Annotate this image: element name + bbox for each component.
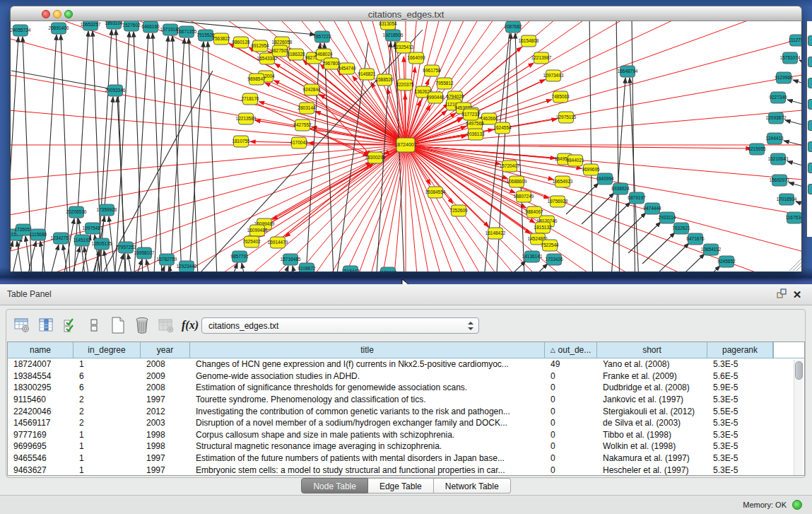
cell-name[interactable]: 9465546 [8,453,73,463]
network-node[interactable]: 1518443 [341,266,360,272]
network-node[interactable]: 18300295 [365,152,386,163]
network-window-titlebar[interactable]: citations_edges.txt [10,6,802,21]
network-node[interactable]: 1145193 [73,235,91,246]
network-node[interactable]: 7485063 [551,91,570,103]
cell-year[interactable]: 2008 [141,359,190,369]
cell-year[interactable]: 2012 [141,407,190,416]
network-node[interactable]: 8177231 [461,109,480,120]
network-node[interactable]: 12975115 [556,112,577,123]
cell-in_degree[interactable]: 1 [73,465,141,475]
cell-name[interactable]: 14569117 [8,418,73,428]
network-node[interactable]: 9857791 [230,251,249,262]
cell-short[interactable]: Wolkin et al. (1998) [597,441,707,451]
cell-short[interactable]: Yano et al. (2008) [597,359,707,369]
network-node[interactable]: 16648794 [618,66,638,77]
network-node[interactable]: 9146821 [358,69,376,80]
cell-pagerank[interactable]: 5.3E-5 [707,418,773,428]
column-header-title[interactable]: title [190,342,545,358]
network-node[interactable]: 7857223 [313,31,331,42]
cell-name[interactable]: 9699695 [8,441,73,451]
network-node[interactable]: 7522544 [541,240,559,251]
cell-pagerank[interactable]: 5.3E-5 [707,465,773,475]
cell-in_degree[interactable]: 1 [73,430,141,440]
row-height-icon[interactable] [85,316,103,334]
cell-title[interactable]: Structural magnetic resonance image aver… [190,441,545,451]
network-node[interactable]: 12342757 [51,233,71,244]
network-node[interactable]: 19654923 [553,176,573,187]
network-node[interactable]: 8313054 [379,21,397,30]
cell-name[interactable]: 22420046 [8,407,73,416]
network-node[interactable]: 16154808 [519,35,539,47]
cell-title[interactable]: Tourette syndrome. Phenomenology and cla… [190,395,545,404]
cell-pagerank[interactable]: 5.3E-5 [707,453,773,463]
network-node[interactable]: 16958107 [134,247,155,259]
network-node[interactable]: 1815132 [534,222,552,233]
cell-short[interactable]: Franke et al. (2009) [597,371,707,381]
network-node[interactable]: 12923448 [177,261,197,272]
network-node[interactable]: 1527602 [122,21,141,31]
network-node[interactable]: 1640994 [596,173,614,185]
network-node[interactable]: 9245652 [717,256,736,267]
network-node[interactable]: 18724007 [394,138,416,152]
table-select-dropdown[interactable]: citations_edges.txt [201,317,479,334]
network-node[interactable]: 13505135 [92,238,112,250]
cell-year[interactable]: 1997 [141,395,190,404]
cell-title[interactable]: Disruption of a novel member of a sodium… [190,418,545,428]
network-node[interactable]: 7252609 [449,205,468,216]
network-node[interactable]: 16210643 [768,153,789,165]
cell-pagerank[interactable]: 5.9E-5 [707,382,773,392]
network-node[interactable]: 1244413 [765,133,784,144]
cell-in_degree[interactable]: 1 [73,441,141,451]
tab-edge-table[interactable]: Edge Table [368,478,434,493]
network-node[interactable]: 16914479 [268,237,288,248]
cell-pagerank[interactable]: 5.3E-5 [707,359,773,369]
table-row[interactable]: 977716911998Corpus callosum shape and si… [8,429,804,441]
table-row[interactable]: 1938455462009Genome-wide association stu… [8,370,804,382]
network-node[interactable]: 9990448 [426,92,445,103]
network-window[interactable]: citations_edges.txt 24055724206914061065… [10,6,802,272]
network-node[interactable]: 9108672 [298,263,316,272]
network-node[interactable]: 1664093 [407,52,425,64]
network-node[interactable]: 2933114 [659,212,676,223]
network-node[interactable]: 7632621 [672,223,690,234]
cell-out_de[interactable]: 49 [545,359,597,369]
network-node[interactable]: 1115688 [30,229,47,240]
cell-year[interactable]: 1998 [141,441,190,451]
network-node[interactable]: 8215955 [748,144,766,155]
network-node[interactable]: 8220375 [396,79,414,90]
network-node[interactable]: 12093872 [766,112,787,124]
column-visibility-icon[interactable] [37,316,55,334]
cell-out_de[interactable]: 0 [545,465,597,475]
cell-name[interactable]: 18300295 [8,382,73,392]
network-node[interactable]: 10688609 [507,176,527,187]
network-node[interactable]: 15720407 [500,160,520,172]
network-canvas[interactable]: 2405572420691406106532571893104152760264… [10,21,802,272]
network-node[interactable]: 14136141 [522,251,543,262]
cell-short[interactable]: de Silva et al. (2003) [597,418,707,428]
cell-title[interactable]: Genome-wide association studies in ADHD. [190,371,545,381]
network-node[interactable]: 1893104 [105,21,123,29]
cell-title[interactable]: Changes of HCN gene expression and I(f) … [190,359,545,369]
table-row[interactable]: 911546021997Tourette syndrome. Phenomeno… [8,394,804,406]
cell-in_degree[interactable]: 1 [73,359,141,369]
network-node[interactable]: 1810755 [232,136,250,147]
network-node[interactable]: 7563822 [212,33,230,45]
cell-out_de[interactable]: 0 [545,430,597,440]
network-node[interactable]: 19218506 [383,30,404,41]
cell-name[interactable]: 19384554 [8,371,73,381]
network-node[interactable]: 15751074 [780,52,801,64]
cell-pagerank[interactable]: 5.3E-5 [707,441,773,451]
background-window-sliver[interactable] [806,21,812,237]
network-node[interactable]: 6879197 [628,192,646,204]
column-header-pagerank[interactable]: pagerank [707,342,773,358]
network-node[interactable]: 8860128 [232,37,250,48]
cell-year[interactable]: 1997 [141,465,190,475]
table-vertical-scrollbar[interactable] [794,360,803,475]
network-node[interactable]: 18807249 [514,191,534,202]
network-node[interactable]: 17359928 [97,204,117,216]
network-node[interactable]: 2803144 [298,103,316,114]
network-node[interactable]: 8186328 [287,49,305,60]
network-node[interactable]: 10654112 [701,244,722,255]
network-node[interactable]: 9121065 [379,267,397,272]
network-node[interactable]: 12213987 [531,52,552,64]
